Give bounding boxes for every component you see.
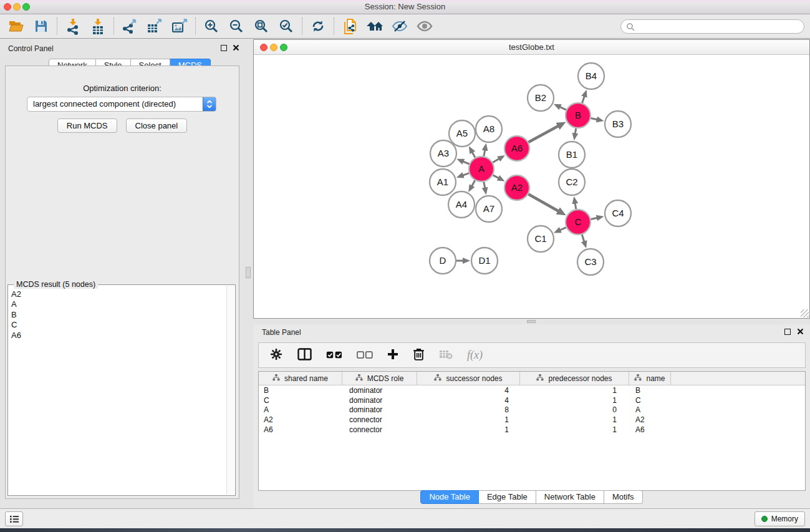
table-cell[interactable]: 4 (417, 396, 520, 405)
zoom-out-button[interactable] (224, 16, 249, 37)
delete-column-trash-icon[interactable] (413, 347, 425, 364)
graph-edge-A-A8[interactable] (484, 150, 485, 156)
table-cell[interactable]: 4 (417, 386, 520, 395)
graph-edge-A-A7[interactable] (484, 182, 485, 188)
show-column-icon[interactable] (297, 348, 312, 363)
graph-edge-C-C4[interactable] (591, 218, 597, 219)
graph-edge-B-B3[interactable] (591, 118, 597, 120)
splitter-grip-horizontal[interactable] (527, 320, 536, 323)
minimize-button[interactable] (13, 3, 21, 11)
tab-node-table[interactable]: Node Table (420, 490, 479, 504)
import-table-button[interactable] (85, 16, 110, 37)
table-cell[interactable]: dominator (342, 405, 417, 414)
clone-network-button[interactable] (337, 16, 362, 37)
table-cell[interactable]: 1 (520, 396, 629, 405)
column-header-name[interactable]: name (629, 372, 671, 385)
graph-edge-B-B4[interactable] (582, 96, 585, 103)
table-cell[interactable]: connector (342, 415, 417, 424)
table-cell[interactable]: C (629, 396, 671, 405)
network-minimize-button[interactable] (270, 44, 277, 51)
save-session-button[interactable] (29, 16, 54, 37)
tab-network-table[interactable]: Network Table (536, 490, 604, 504)
import-network-button[interactable] (60, 16, 85, 37)
table-cell[interactable]: 8 (417, 405, 520, 414)
graph-edge-A-A2[interactable] (493, 175, 499, 178)
graph-edge-A-A1[interactable] (463, 173, 469, 175)
table-cell[interactable]: A2 (259, 415, 342, 424)
table-cell[interactable]: C (259, 396, 342, 405)
graph-edge-C-C2[interactable] (575, 203, 576, 210)
table-cell[interactable]: connector (342, 425, 417, 434)
run-mcds-button[interactable]: Run MCDS (57, 118, 117, 133)
deselect-all-checks-icon[interactable] (357, 350, 373, 361)
graph-edge-A-A5[interactable] (472, 152, 475, 158)
table-options-gear-icon[interactable] (269, 347, 283, 364)
optimization-criterion-dropdown[interactable]: largest connected component (directed) (27, 97, 216, 112)
mcds-result-item[interactable]: A (11, 299, 226, 309)
mcds-result-item[interactable]: A6 (11, 331, 226, 341)
graph-edge-A6-B[interactable] (529, 126, 559, 142)
float-table-panel-icon[interactable] (784, 329, 791, 335)
mcds-result-item[interactable]: B (11, 310, 226, 320)
splitter-grip-vertical[interactable] (246, 267, 251, 278)
export-image-button[interactable] (167, 16, 192, 37)
table-cell[interactable]: B (629, 386, 671, 395)
table-cell[interactable]: 1 (417, 425, 520, 434)
table-cell[interactable]: A2 (629, 415, 671, 424)
refresh-button[interactable] (306, 16, 330, 37)
network-canvas[interactable]: A5A8A6A3AA1A2A4A7B4B2BB3B1C2C4CC1C3DD1 (254, 55, 809, 318)
network-close-button[interactable] (260, 44, 268, 51)
zoom-in-button[interactable] (199, 16, 224, 37)
table-row-B[interactable]: Bdominator41B (259, 385, 805, 395)
table-cell[interactable]: 0 (520, 405, 629, 414)
table-row-C[interactable]: Cdominator41C (259, 395, 805, 405)
close-button[interactable] (4, 3, 11, 11)
home-view-button[interactable] (362, 16, 387, 37)
window-resize-grip[interactable] (801, 309, 809, 317)
graph-edge-C-C1[interactable] (560, 228, 566, 230)
graph-edge-A-A4[interactable] (472, 180, 475, 186)
column-header-MCDS-role[interactable]: MCDS role (342, 372, 417, 385)
float-panel-icon[interactable] (221, 45, 227, 51)
open-session-button[interactable] (4, 16, 29, 37)
memory-button[interactable]: Memory (755, 511, 805, 526)
export-network-button[interactable] (117, 16, 142, 37)
ui-settings-button[interactable] (5, 511, 23, 526)
maximize-button[interactable] (22, 3, 30, 11)
graph-edge-A2-C[interactable] (528, 194, 558, 211)
result-scrollbar[interactable] (226, 286, 234, 495)
table-cell[interactable]: 1 (417, 415, 520, 424)
hide-selected-button[interactable] (387, 16, 412, 37)
dropdown-stepper-icon[interactable] (203, 97, 216, 112)
graph-edge-C-C3[interactable] (582, 235, 584, 242)
graph-edge-B-B1[interactable] (575, 128, 576, 134)
close-panel-icon[interactable] (233, 44, 239, 51)
table-cell[interactable]: dominator (342, 386, 417, 395)
table-cell[interactable]: 1 (520, 386, 629, 395)
close-table-panel-icon[interactable] (797, 328, 804, 335)
table-cell[interactable]: 1 (520, 415, 629, 424)
zoom-selected-button[interactable] (274, 16, 299, 37)
mcds-result-item[interactable]: C (11, 320, 226, 330)
table-cell[interactable]: B (259, 386, 342, 395)
close-panel-button[interactable]: Close panel (126, 118, 188, 133)
graph-edge-A-A3[interactable] (463, 162, 470, 164)
show-eye-button[interactable] (412, 16, 437, 37)
table-cell[interactable]: 1 (520, 425, 629, 434)
table-cell[interactable]: A (259, 405, 342, 414)
search-input[interactable] (635, 21, 804, 32)
table-cell[interactable]: dominator (342, 396, 417, 405)
graph-edge-B-B2[interactable] (560, 107, 566, 110)
table-cell[interactable]: A6 (259, 425, 342, 434)
mcds-result-item[interactable]: A2 (11, 289, 226, 299)
table-row-A6[interactable]: A6connector11A6 (259, 425, 805, 435)
graph-edge-A-A6[interactable] (493, 159, 499, 163)
tab-edge-table[interactable]: Edge Table (479, 490, 536, 504)
column-header-predecessor-nodes[interactable]: predecessor nodes (520, 372, 629, 385)
column-header-shared-name[interactable]: shared name (259, 372, 342, 385)
table-row-A[interactable]: Adominator80A (259, 405, 805, 415)
network-maximize-button[interactable] (280, 44, 287, 51)
tab-motifs[interactable]: Motifs (604, 490, 643, 504)
select-all-checks-icon[interactable] (326, 350, 342, 361)
table-row-A2[interactable]: A2connector11A2 (259, 415, 805, 425)
